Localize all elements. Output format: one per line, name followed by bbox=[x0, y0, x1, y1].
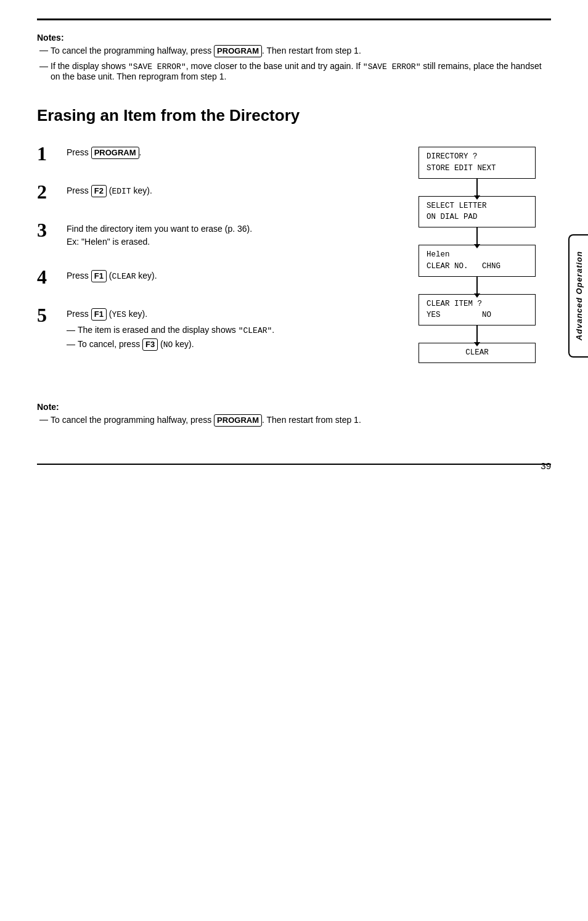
step-4: 4 Press F1 (CLEAR key). bbox=[37, 267, 391, 287]
step-5-sub-1: — The item is erased and the display sho… bbox=[67, 324, 391, 337]
program-key-bottom: PROGRAM bbox=[214, 414, 262, 427]
diag-box-2: SELECT LETTERON DIAL PAD bbox=[419, 196, 536, 228]
side-tab: Advanced Operation bbox=[568, 234, 588, 358]
steps-column: 1 Press PROGRAM. 2 Press F2 (EDIT key). … bbox=[37, 144, 403, 371]
diag-arrow-1 bbox=[476, 179, 478, 196]
step-3-number: 3 bbox=[37, 220, 55, 240]
step-5-sub-2: — To cancel, press F3 (NO key). bbox=[67, 338, 391, 351]
step-2: 2 Press F2 (EDIT key). bbox=[37, 182, 391, 202]
step-2-content: Press F2 (EDIT key). bbox=[67, 182, 391, 198]
step-5: 5 Press F1 (YES key). — The item is eras… bbox=[37, 305, 391, 353]
step-1: 1 Press PROGRAM. bbox=[37, 144, 391, 163]
main-content: 1 Press PROGRAM. 2 Press F2 (EDIT key). … bbox=[37, 144, 551, 371]
step-4-content: Press F1 (CLEAR key). bbox=[67, 267, 391, 283]
step-4-number: 4 bbox=[37, 267, 55, 287]
notes-top-item-2: — If the display shows "SAVE ERROR", mov… bbox=[37, 61, 551, 81]
bottom-note-section: Note: — To cancel the programming halfwa… bbox=[37, 402, 551, 427]
diag-arrow-2 bbox=[476, 227, 478, 245]
step-5-number: 5 bbox=[37, 305, 55, 325]
f2-key: F2 bbox=[91, 185, 107, 197]
note-bottom-item-1: — To cancel the programming halfway, pre… bbox=[37, 414, 551, 427]
step-3: 3 Find the directory item you want to er… bbox=[37, 220, 391, 248]
notes-top-section: Notes: — To cancel the programming halfw… bbox=[37, 33, 551, 81]
program-key-step1: PROGRAM bbox=[91, 147, 139, 159]
diagram-column: DIRECTORY ?STORE EDIT NEXT SELECT LETTER… bbox=[403, 144, 551, 371]
side-tab-text: Advanced Operation bbox=[574, 251, 584, 340]
f1-key-step5: F1 bbox=[91, 308, 107, 321]
page-number: 39 bbox=[541, 460, 551, 471]
section-title: Erasing an Item from the Directory bbox=[37, 106, 551, 125]
diag-box-3: HelenCLEAR NO. CHNG bbox=[419, 245, 536, 277]
diag-box-1: DIRECTORY ?STORE EDIT NEXT bbox=[419, 147, 536, 179]
diag-box-4: CLEAR ITEM ?YES NO bbox=[419, 294, 536, 326]
notes-top-title: Notes: bbox=[37, 33, 551, 43]
f3-key: F3 bbox=[142, 338, 158, 351]
program-key-1: PROGRAM bbox=[214, 45, 262, 57]
page: Notes: — To cancel the programming halfw… bbox=[0, 0, 588, 489]
step-5-sub: — The item is erased and the display sho… bbox=[67, 324, 391, 351]
step-1-content: Press PROGRAM. bbox=[67, 144, 391, 159]
note-bottom-title: Note: bbox=[37, 402, 551, 412]
top-border bbox=[37, 18, 551, 20]
diagram-wrapper: DIRECTORY ?STORE EDIT NEXT SELECT LETTER… bbox=[419, 147, 536, 363]
bottom-border bbox=[37, 464, 551, 465]
f1-key-step4: F1 bbox=[91, 270, 107, 282]
diag-arrow-3 bbox=[476, 277, 478, 294]
diag-arrow-4 bbox=[476, 325, 478, 343]
step-2-number: 2 bbox=[37, 182, 55, 202]
step-5-content: Press F1 (YES key). — The item is erased… bbox=[67, 305, 391, 353]
notes-top-item-1: — To cancel the programming halfway, pre… bbox=[37, 45, 551, 57]
step-3-content: Find the directory item you want to eras… bbox=[67, 220, 391, 248]
step-1-number: 1 bbox=[37, 144, 55, 163]
